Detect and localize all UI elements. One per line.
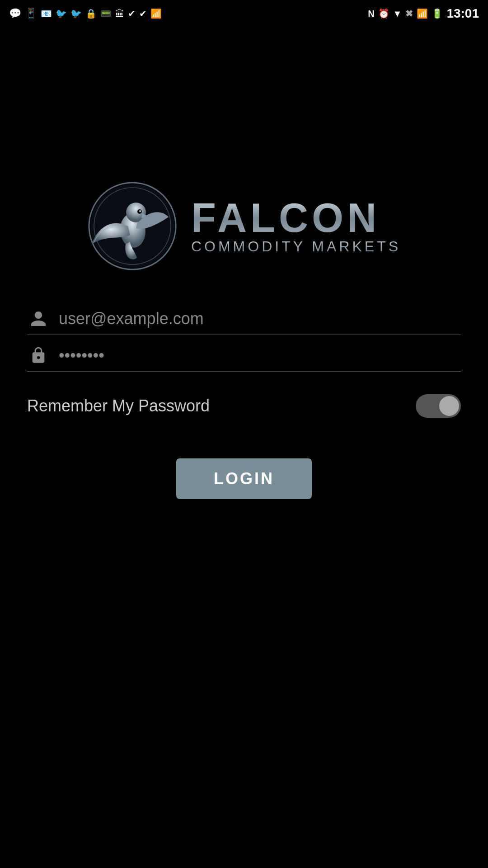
wifi-signal-icon: ▼ [393,9,402,19]
user-icon [27,307,50,330]
main-content: FALCON COMMODITY MARKETS Remem [0,27,488,868]
lock-icon [27,344,50,367]
building-icon: 🏛 [115,9,124,19]
login-button[interactable]: LOGIN [176,458,312,499]
status-bar-left: 💬 📱 📧 🐦 🐦 🔒 📟 🏛 ✔ ✔ 📶 [9,8,162,19]
email-row [27,307,461,335]
falcon-text-block: FALCON COMMODITY MARKETS [191,198,401,255]
password-input[interactable] [59,346,461,365]
form-container: Remember My Password LOGIN [27,307,461,499]
remember-label: Remember My Password [27,396,210,415]
time-display: 13:01 [446,6,479,21]
outlook-icon: 📧 [41,8,52,19]
wifi-app-icon: 📶 [150,8,162,19]
check-icon: ✔ [128,8,136,19]
check2-icon: ✔ [139,8,147,19]
lock-app-icon: 🔒 [85,8,97,19]
twitter2-icon: 🐦 [70,8,82,19]
email-input[interactable] [59,309,461,328]
android-icon: 📟 [100,8,112,19]
svg-point-6 [139,210,141,212]
logo-container: FALCON COMMODITY MARKETS [87,181,401,271]
status-bar: 💬 📱 📧 🐦 🐦 🔒 📟 🏛 ✔ ✔ 📶 N ⏰ ▼ ✖ 📶 🔋 13:01 [0,0,488,27]
falcon-logo-icon [87,181,178,271]
nfc-icon: N [368,9,374,19]
app-name: FALCON [191,198,380,238]
password-row [27,344,461,372]
signal-bars-icon: 📶 [417,8,428,19]
twitter-icon: 🐦 [56,8,67,19]
whatsapp-icon: 📱 [25,8,37,19]
bubble-icon: 💬 [9,8,21,19]
signal-off-icon: ✖ [405,8,413,19]
app-subtitle: COMMODITY MARKETS [191,238,401,255]
battery-icon: 🔋 [432,8,443,19]
status-bar-right: N ⏰ ▼ ✖ 📶 🔋 13:01 [368,6,479,21]
remember-row: Remember My Password [27,390,461,422]
toggle-knob [439,396,459,416]
remember-toggle[interactable] [416,394,461,418]
clock-icon: ⏰ [378,8,389,19]
